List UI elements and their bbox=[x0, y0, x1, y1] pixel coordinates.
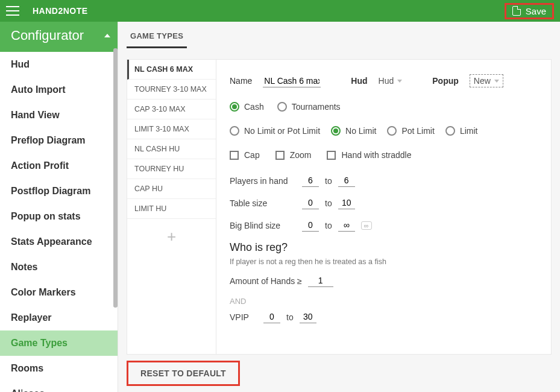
checkbox-cap[interactable]: Cap bbox=[230, 150, 260, 160]
name-label: Name bbox=[230, 76, 252, 86]
chevron-down-icon bbox=[494, 80, 499, 83]
sidebar-item-rooms[interactable]: Rooms bbox=[0, 356, 118, 381]
sidebar-scrollbar[interactable] bbox=[113, 48, 118, 308]
radio-cash[interactable]: Cash bbox=[230, 102, 264, 112]
sidebar-item-replayer[interactable]: Replayer bbox=[0, 305, 118, 330]
table-size-label: Table size bbox=[230, 198, 296, 208]
bb-from[interactable] bbox=[302, 219, 319, 232]
and-label: AND bbox=[230, 297, 540, 306]
file-icon bbox=[512, 6, 521, 16]
collapse-icon bbox=[104, 34, 110, 37]
radio-nl-or-pl[interactable]: No Limit or Pot Limit bbox=[230, 126, 320, 136]
checkbox-zoom[interactable]: Zoom bbox=[275, 150, 312, 160]
radio-tournaments[interactable]: Tournaments bbox=[277, 102, 341, 112]
bb-to[interactable] bbox=[338, 219, 355, 232]
game-type-item[interactable]: NL CASH HU bbox=[127, 139, 216, 159]
sidebar-item-hud[interactable]: Hud bbox=[0, 52, 118, 77]
sidebar-item-postflop-diagram[interactable]: Postflop Diagram bbox=[0, 179, 118, 204]
table-from[interactable] bbox=[302, 197, 319, 209]
vpip-from[interactable] bbox=[263, 311, 280, 323]
sidebar-item-aliases[interactable]: Aliases bbox=[0, 381, 118, 392]
add-game-type-button[interactable]: + bbox=[127, 219, 216, 254]
sidebar-title: Configurator bbox=[11, 28, 84, 43]
radio-no-limit[interactable]: No Limit bbox=[331, 126, 376, 136]
save-button[interactable]: Save bbox=[505, 3, 554, 19]
players-from[interactable] bbox=[302, 174, 319, 187]
vpip-label: VPIP bbox=[230, 312, 257, 322]
hands-label: Amount of Hands ≥ bbox=[230, 276, 302, 286]
game-type-detail: Name Hud Hud Popup New C bbox=[216, 60, 551, 354]
reg-subtext: If player is not a reg then he is treate… bbox=[230, 258, 540, 266]
reset-button[interactable]: RESET TO DEFAULT bbox=[127, 361, 240, 386]
players-to[interactable] bbox=[338, 174, 355, 187]
checkbox-straddle[interactable]: Hand with straddle bbox=[327, 150, 411, 160]
name-input[interactable] bbox=[263, 75, 321, 87]
sidebar: Configurator HudAuto ImportHand ViewPref… bbox=[0, 22, 118, 392]
game-type-list: NL CASH 6 MAXTOURNEY 3-10 MAXCAP 3-10 MA… bbox=[127, 60, 216, 354]
app-topbar: HAND2NOTE Save bbox=[0, 0, 560, 22]
sidebar-item-hand-view[interactable]: Hand View bbox=[0, 103, 118, 128]
app-brand: HAND2NOTE bbox=[33, 6, 88, 16]
sidebar-item-auto-import[interactable]: Auto Import bbox=[0, 77, 118, 103]
popup-label: Popup bbox=[432, 76, 459, 86]
sidebar-item-stats-appearance[interactable]: Stats Appearance bbox=[0, 229, 118, 254]
game-type-item[interactable]: LIMIT HU bbox=[127, 199, 216, 219]
hud-dropdown[interactable]: Hud bbox=[379, 76, 403, 86]
table-to[interactable] bbox=[338, 197, 355, 209]
menu-icon[interactable] bbox=[6, 6, 19, 16]
chevron-down-icon bbox=[397, 80, 402, 83]
sidebar-item-popup-on-stats[interactable]: Popup on stats bbox=[0, 204, 118, 229]
tab-game-types[interactable]: GAME TYPES bbox=[127, 25, 187, 48]
sidebar-item-game-types[interactable]: Game Types bbox=[0, 330, 118, 356]
sidebar-item-action-profit[interactable]: Action Profit bbox=[0, 153, 118, 179]
vpip-to[interactable] bbox=[300, 311, 316, 323]
radio-limit[interactable]: Limit bbox=[445, 126, 478, 136]
tab-row: GAME TYPES bbox=[121, 25, 560, 48]
game-type-item[interactable]: NL CASH 6 MAX bbox=[127, 60, 216, 80]
hands-input[interactable] bbox=[308, 274, 333, 287]
sidebar-header[interactable]: Configurator bbox=[0, 22, 118, 52]
radio-pot-limit[interactable]: Pot Limit bbox=[387, 126, 434, 136]
reg-heading: Who is reg? bbox=[230, 241, 540, 254]
infinity-icon[interactable]: ∞ bbox=[361, 221, 372, 230]
game-type-item[interactable]: TOURNEY HU bbox=[127, 159, 216, 179]
game-type-item[interactable]: CAP 3-10 MAX bbox=[127, 100, 216, 119]
sidebar-item-preflop-diagram[interactable]: Preflop Diagram bbox=[0, 128, 118, 153]
bb-size-label: Big Blind size bbox=[230, 221, 296, 230]
game-type-item[interactable]: LIMIT 3-10 MAX bbox=[127, 119, 216, 139]
game-type-item[interactable]: TOURNEY 3-10 MAX bbox=[127, 80, 216, 100]
game-type-item[interactable]: CAP HU bbox=[127, 179, 216, 199]
main-panel: GAME TYPES NL CASH 6 MAXTOURNEY 3-10 MAX… bbox=[118, 22, 560, 392]
hud-label: Hud bbox=[351, 76, 367, 86]
popup-dropdown[interactable]: New bbox=[470, 74, 503, 87]
sidebar-item-notes[interactable]: Notes bbox=[0, 254, 118, 280]
save-label: Save bbox=[526, 6, 546, 16]
content-card: NL CASH 6 MAXTOURNEY 3-10 MAXCAP 3-10 MA… bbox=[127, 59, 552, 355]
sidebar-item-color-markers[interactable]: Color Markers bbox=[0, 280, 118, 305]
players-label: Players in hand bbox=[230, 176, 296, 186]
